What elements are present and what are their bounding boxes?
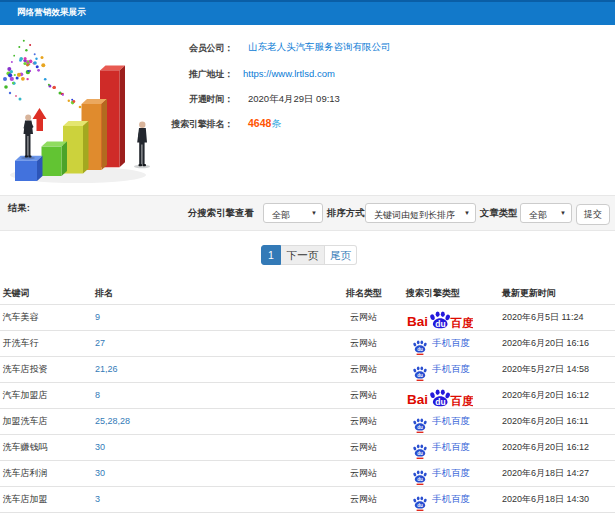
svg-text:du: du (417, 503, 423, 508)
svg-text:du: du (417, 451, 423, 456)
svg-text:du: du (417, 373, 423, 378)
svg-text:百度: 百度 (450, 316, 474, 329)
svg-text:du: du (435, 319, 445, 329)
svg-text:du: du (417, 347, 423, 352)
svg-text:du: du (417, 425, 423, 430)
svg-text:Bai: Bai (407, 314, 428, 329)
svg-text:du: du (435, 397, 445, 407)
svg-text:Bai: Bai (407, 392, 428, 407)
svg-text:百度: 百度 (450, 394, 474, 407)
svg-text:du: du (417, 477, 423, 482)
